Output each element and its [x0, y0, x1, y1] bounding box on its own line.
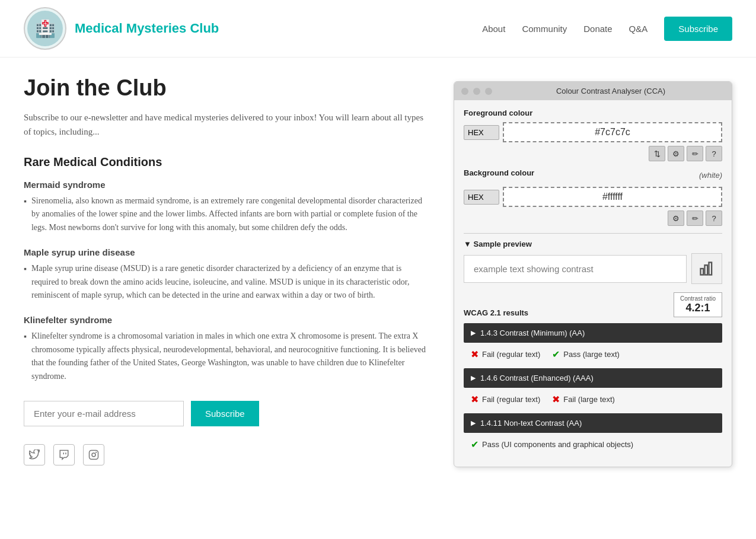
subscribe-button[interactable]: Subscribe	[191, 401, 259, 426]
cca-dot-1	[461, 88, 468, 95]
fg-tools-row: ⇅ ⚙ ✏ ?	[464, 146, 722, 161]
condition-body-3: Klinefelter syndrome is a chromosomal va…	[24, 330, 430, 383]
site-title: Medical Mysteries Club	[75, 21, 219, 36]
wcag-143-row[interactable]: ▶ 1.4.3 Contrast (Minimum) (AA)	[464, 323, 722, 343]
svg-rect-4	[705, 265, 708, 275]
main-layout: Join the Club Subscribe to our e-newslet…	[0, 58, 756, 485]
cca-title: Colour Contrast Analyser (CCA)	[497, 87, 725, 95]
sample-text-box: example text showing contrast	[464, 255, 687, 283]
sample-row: example text showing contrast	[464, 253, 722, 284]
condition-title-3: Klinefelter syndrome	[24, 315, 430, 325]
fg-format-select[interactable]: HEX RGB HSL	[464, 125, 499, 140]
cca-divider-1	[464, 233, 722, 234]
main-nav: About Community Donate Q&A Subscribe	[482, 17, 732, 41]
wcag-146-regular-label: Fail (regular text)	[482, 395, 540, 404]
wcag-146-regular: ✖ Fail (regular text)	[471, 394, 540, 405]
condition-maple: Maple syrup urine disease Maple syrup ur…	[24, 247, 430, 302]
email-input[interactable]	[24, 401, 184, 426]
email-subscribe-row: Subscribe	[24, 401, 430, 426]
wcag-1411-label: 1.4.11 Non-text Contrast (AA)	[480, 419, 582, 428]
wcag-1411-arrow: ▶	[471, 419, 476, 427]
svg-rect-3	[701, 269, 704, 275]
bg-adjust-tool[interactable]: ⚙	[668, 211, 684, 226]
instagram-icon[interactable]	[83, 444, 104, 465]
wcag-146-arrow: ▶	[471, 374, 476, 382]
svg-point-1	[92, 453, 95, 457]
bg-tools-row: ⚙ ✏ ?	[464, 211, 722, 226]
wcag-1411-detail: ✔ Pass (UI components and graphical obje…	[464, 434, 722, 455]
wcag-1411-pass: ✔ Pass (UI components and graphical obje…	[471, 439, 633, 450]
wcag-title: WCAG 2.1 results	[464, 308, 528, 317]
svg-point-2	[96, 452, 97, 452]
svg-rect-5	[709, 263, 712, 275]
header-subscribe-button[interactable]: Subscribe	[664, 17, 732, 41]
chart-view-button[interactable]	[691, 253, 722, 284]
bg-label: Background colour	[464, 168, 534, 177]
bg-note: (white)	[699, 171, 722, 180]
bg-help-tool[interactable]: ?	[706, 211, 722, 226]
wcag-146-detail: ✖ Fail (regular text) ✖ Fail (large text…	[464, 389, 722, 410]
cca-titlebar: Colour Contrast Analyser (CCA)	[454, 82, 732, 100]
condition-title-2: Maple syrup urine disease	[24, 247, 430, 257]
fg-adjust-tool[interactable]: ⚙	[668, 146, 684, 161]
fail-icon-1: ✖	[471, 349, 479, 360]
wcag-146-row[interactable]: ▶ 1.4.6 Contrast (Enhanced) (AAA)	[464, 368, 722, 388]
page-intro: Subscribe to our e-newsletter and have m…	[24, 110, 430, 139]
cca-dot-3	[485, 88, 492, 95]
fail-icon-2: ✖	[471, 394, 479, 405]
nav-donate[interactable]: Donate	[583, 24, 612, 34]
wcag-146-large: ✖ Fail (large text)	[552, 394, 615, 405]
bg-format-select[interactable]: HEX RGB HSL	[464, 190, 499, 205]
wcag-143-regular-label: Fail (regular text)	[482, 350, 540, 359]
condition-klinefelter: Klinefelter syndrome Klinefelter syndrom…	[24, 315, 430, 383]
fg-label: Foreground colour	[464, 109, 722, 117]
cca-body: Foreground colour HEX RGB HSL ⇅ ⚙ ✏ ? Ba…	[454, 100, 732, 467]
logo-icon: 🏥	[27, 11, 63, 46]
wcag-143-label: 1.4.3 Contrast (Minimum) (AA)	[480, 328, 585, 337]
wcag-143-arrow: ▶	[471, 329, 476, 337]
social-icons-row	[24, 444, 430, 465]
fg-hex-input[interactable]	[503, 122, 722, 142]
wcag-143-large-label: Pass (large text)	[563, 350, 620, 359]
twitch-icon[interactable]	[53, 444, 75, 465]
contrast-ratio-value: 4.2:1	[680, 302, 716, 314]
fg-eyedropper-tool[interactable]: ✏	[687, 146, 703, 161]
bg-row: HEX RGB HSL	[464, 187, 722, 207]
site-header: 🏥 Medical Mysteries Club About Community…	[0, 0, 756, 58]
wcag-143-detail: ✖ Fail (regular text) ✔ Pass (large text…	[464, 344, 722, 365]
nav-about[interactable]: About	[482, 24, 505, 34]
fg-row: HEX RGB HSL	[464, 122, 722, 142]
wcag-header: WCAG 2.1 results Contrast ratio 4.2:1	[464, 292, 722, 317]
contrast-ratio-box: Contrast ratio 4.2:1	[674, 292, 722, 317]
section-heading: Rare Medical Conditions	[24, 155, 430, 169]
bg-header-row: Background colour (white)	[464, 168, 722, 182]
condition-body-1: Sirenomelia, also known as mermaid syndr…	[24, 194, 430, 234]
header-brand: 🏥 Medical Mysteries Club	[24, 7, 219, 50]
contrast-ratio-label: Contrast ratio	[680, 295, 716, 302]
twitter-icon[interactable]	[24, 444, 45, 465]
site-logo: 🏥	[24, 7, 66, 50]
cca-dot-2	[473, 88, 480, 95]
wcag-146-large-label: Fail (large text)	[563, 395, 615, 404]
content-column: Join the Club Subscribe to our e-newslet…	[24, 75, 430, 465]
wcag-1411-row[interactable]: ▶ 1.4.11 Non-text Contrast (AA)	[464, 413, 722, 433]
wcag-146-label: 1.4.6 Contrast (Enhanced) (AAA)	[480, 374, 594, 382]
bg-hex-input[interactable]	[503, 187, 722, 207]
nav-qa[interactable]: Q&A	[629, 24, 648, 34]
sample-preview-section: ▼ Sample preview example text showing co…	[464, 240, 722, 284]
condition-mermaid: Mermaid syndrome Sirenomelia, also known…	[24, 180, 430, 234]
pass-icon-2: ✔	[471, 439, 479, 450]
cca-panel: Colour Contrast Analyser (CCA) Foregroun…	[454, 81, 732, 467]
sample-preview-label: ▼ Sample preview	[464, 240, 722, 248]
fail-icon-3: ✖	[552, 394, 560, 405]
fg-sort-tool[interactable]: ⇅	[649, 146, 665, 161]
condition-body-2: Maple syrup urine disease (MSUD) is a ra…	[24, 262, 430, 302]
wcag-143-large: ✔ Pass (large text)	[552, 349, 620, 360]
nav-community[interactable]: Community	[522, 24, 567, 34]
page-title: Join the Club	[24, 75, 430, 101]
wcag-1411-pass-label: Pass (UI components and graphical object…	[482, 440, 633, 449]
condition-title-1: Mermaid syndrome	[24, 180, 430, 190]
fg-help-tool[interactable]: ?	[706, 146, 722, 161]
pass-icon-1: ✔	[552, 349, 560, 360]
bg-eyedropper-tool[interactable]: ✏	[687, 211, 703, 226]
